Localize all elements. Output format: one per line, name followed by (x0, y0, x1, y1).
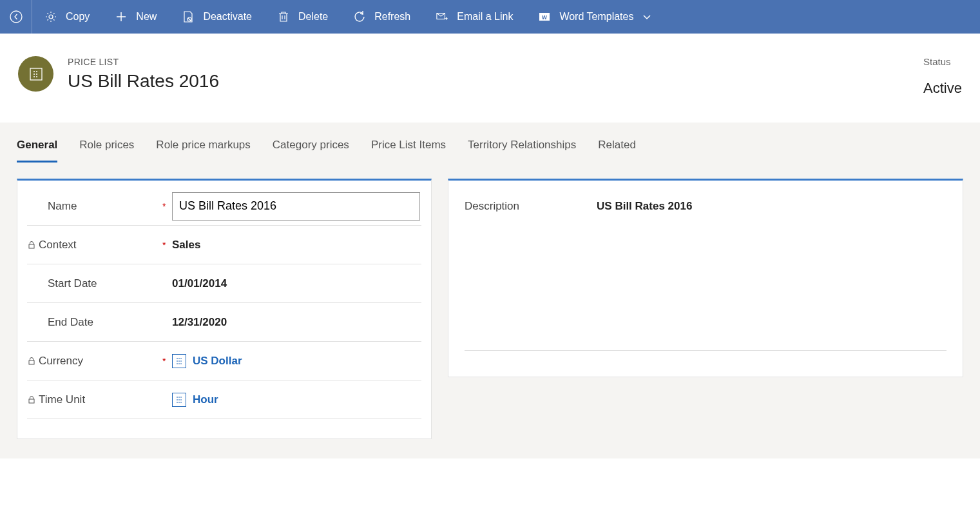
svg-point-1 (49, 15, 53, 19)
field-row-end-date: End Date 12/31/2020 (27, 303, 421, 342)
email-link-button[interactable]: Email a Link (423, 0, 526, 34)
tab-price-list-items[interactable]: Price List Items (371, 139, 446, 163)
field-row-time-unit: Time Unit Hour (27, 380, 421, 419)
entity-info: PRICE LIST US Bill Rates 2016 (68, 57, 219, 92)
field-row-context: Context * Sales (27, 226, 421, 264)
page-deactivate-icon (182, 11, 194, 23)
email-link-label: Email a Link (457, 11, 513, 23)
lookup-icon (172, 354, 186, 368)
header-left: PRICE LIST US Bill Rates 2016 (18, 56, 219, 92)
record-header: PRICE LIST US Bill Rates 2016 Status Act… (0, 34, 980, 123)
context-value[interactable]: Sales (172, 239, 421, 251)
description-row: Description US Bill Rates 2016 (465, 200, 946, 213)
gear-icon (45, 11, 57, 23)
chevron-down-icon (642, 12, 651, 21)
new-button[interactable]: New (102, 0, 169, 34)
tab-role-price-markups[interactable]: Role price markups (156, 139, 250, 163)
start-date-label: Start Date (27, 277, 162, 290)
time-unit-label: Time Unit (27, 393, 162, 406)
required-icon: * (162, 201, 172, 212)
svg-rect-9 (29, 399, 34, 403)
field-row-currency: Currency * US Dollar (27, 342, 421, 380)
name-input[interactable] (172, 192, 420, 221)
refresh-label: Refresh (374, 11, 410, 23)
divider (465, 350, 946, 351)
start-date-value[interactable]: 01/01/2014 (172, 277, 421, 290)
content-area: Name * Context * Sales Start Date (0, 163, 980, 458)
refresh-icon (354, 11, 365, 23)
description-panel: Description US Bill Rates 2016 (448, 179, 963, 377)
delete-button[interactable]: Delete (265, 0, 341, 34)
tab-role-prices[interactable]: Role prices (79, 139, 134, 163)
entity-type: PRICE LIST (68, 57, 219, 67)
name-field-container (172, 192, 421, 221)
lookup-icon (172, 393, 186, 407)
required-icon: * (162, 240, 172, 250)
lock-icon (27, 395, 36, 404)
description-label: Description (465, 200, 519, 213)
new-label: New (136, 11, 157, 23)
refresh-button[interactable]: Refresh (341, 0, 423, 34)
svg-point-0 (10, 11, 22, 23)
svg-rect-8 (29, 360, 34, 364)
end-date-label: End Date (27, 316, 162, 329)
header-status: Status Active (923, 56, 962, 97)
email-icon (436, 11, 448, 23)
currency-value[interactable]: US Dollar (172, 354, 421, 368)
required-icon: * (162, 356, 172, 366)
field-row-start-date: Start Date 01/01/2014 (27, 264, 421, 303)
plus-icon (115, 11, 127, 23)
entity-icon (18, 56, 53, 92)
time-unit-value[interactable]: Hour (172, 393, 421, 407)
name-label: Name (27, 200, 162, 213)
chevron-left-circle-icon (9, 10, 23, 24)
lock-icon (27, 241, 36, 250)
command-bar: Copy New Deactivate Delete (0, 0, 980, 34)
page-title: US Bill Rates 2016 (68, 71, 219, 92)
word-templates-label: Word Templates (559, 11, 633, 23)
delete-label: Delete (298, 11, 328, 23)
tab-general[interactable]: General (17, 139, 57, 163)
status-value: Active (923, 80, 962, 97)
context-label: Context (27, 239, 162, 251)
deactivate-label: Deactivate (203, 11, 252, 23)
currency-label: Currency (27, 355, 162, 368)
tabs-container: General Role prices Role price markups C… (0, 123, 980, 163)
form-panel: Name * Context * Sales Start Date (17, 179, 432, 439)
tab-category-prices[interactable]: Category prices (273, 139, 349, 163)
deactivate-button[interactable]: Deactivate (169, 0, 265, 34)
svg-text:w: w (541, 14, 547, 21)
trash-icon (278, 11, 289, 23)
back-button[interactable] (0, 0, 32, 34)
svg-rect-7 (29, 244, 34, 248)
tabs: General Role prices Role price markups C… (17, 139, 963, 163)
lock-icon (27, 357, 36, 366)
copy-label: Copy (66, 11, 90, 23)
word-icon: w (539, 11, 550, 23)
field-row-name: Name * (27, 187, 421, 226)
description-value[interactable]: US Bill Rates 2016 (597, 200, 692, 213)
status-label: Status (923, 56, 962, 67)
tab-territory-relationships[interactable]: Territory Relationships (468, 139, 576, 163)
word-templates-button[interactable]: w Word Templates (526, 0, 664, 34)
pricelist-icon (29, 67, 43, 81)
end-date-value[interactable]: 12/31/2020 (172, 316, 421, 329)
tab-related[interactable]: Related (598, 139, 636, 163)
copy-button[interactable]: Copy (32, 0, 102, 34)
